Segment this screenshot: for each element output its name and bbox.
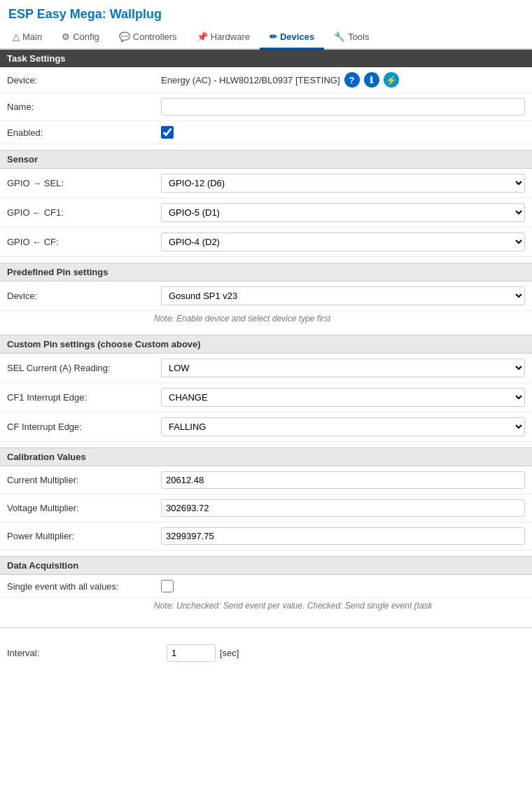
nav-item-tools[interactable]: 🔧 Tools [324,26,379,50]
config-icon: ⚙ [62,32,70,42]
name-row: Name: [0,93,532,121]
cf-interrupt-row: CF Interrupt Edge: FALLING RISING CHANGE [0,412,532,442]
single-event-checkbox-wrap [161,580,525,592]
predefined-device-label: Device: [7,291,161,301]
cf-interrupt-label: CF Interrupt Edge: [7,422,161,432]
single-event-note: Note: Unchecked: Send event per value. C… [0,598,532,616]
divider [0,627,532,628]
gpio-cf-row: GPIO ← CF: GPIO-4 (D2) GPIO-12 (D6) GPIO… [0,228,532,257]
single-event-label: Single event with all values: [7,581,161,592]
cf1-interrupt-control: CHANGE RISING FALLING [161,388,525,407]
predefined-device-row: Device: Gosund SP1 v23 Custom Sonoff POW… [0,282,532,311]
cf1-interrupt-label: CF1 Interrupt Edge: [7,392,161,403]
voltage-multiplier-input[interactable] [161,499,525,517]
predefined-device-select[interactable]: Gosund SP1 v23 Custom Sonoff POW R2 [161,286,525,305]
interval-label: Interval: [7,648,161,658]
gpio-cf-label: GPIO ← CF: [7,237,161,247]
gpio-cf1-select[interactable]: GPIO-5 (D1) GPIO-12 (D6) GPIO-4 (D2) [161,203,525,222]
current-multiplier-row: Current Multiplier: [0,466,532,494]
custom-pin-header: Custom Pin settings (choose Custom above… [0,335,532,354]
predefined-pin-header: Predefined Pin settings [0,263,532,282]
gpio-sel-row: GPIO → SEL: GPIO-12 (D6) GPIO-5 (D1) GPI… [0,169,532,198]
nav-label-controllers: Controllers [133,32,177,42]
cf1-interrupt-select[interactable]: CHANGE RISING FALLING [161,388,525,407]
name-label: Name: [7,102,161,112]
single-event-checkbox[interactable] [161,580,174,592]
content-area: Task Settings Device: Energy (AC) - HLW8… [0,50,532,667]
device-label: Device: [7,75,161,85]
nav-item-devices[interactable]: ✏ Devices [260,26,324,50]
power-multiplier-label: Power Multiplier: [7,531,161,541]
sel-current-row: SEL Current (A) Reading: LOW HIGH [0,354,532,383]
devices-icon: ✏ [270,32,277,42]
current-multiplier-control [161,471,525,489]
nav-item-hardware[interactable]: 📌 Hardware [187,26,260,50]
enabled-checkbox-wrap [161,126,525,139]
name-input-wrap [161,98,525,116]
sensor-header: Sensor [0,150,532,169]
bolt-button[interactable]: ⚡ [384,72,399,88]
sel-current-label: SEL Current (A) Reading: [7,363,161,373]
tools-icon: 🔧 [334,32,345,42]
gpio-cf-select[interactable]: GPIO-4 (D2) GPIO-12 (D6) GPIO-5 (D1) [161,232,525,251]
predefined-device-control: Gosund SP1 v23 Custom Sonoff POW R2 [161,286,525,305]
cf-interrupt-select[interactable]: FALLING RISING CHANGE [161,417,525,436]
gpio-cf-control: GPIO-4 (D2) GPIO-12 (D6) GPIO-5 (D1) [161,232,525,251]
power-multiplier-control [161,527,525,545]
sel-current-select[interactable]: LOW HIGH [161,359,525,377]
page-title: ESP Easy Mega: Wallplug [0,0,532,26]
calibration-header: Calibration Values [0,447,532,466]
interval-row: Interval: [sec] [0,639,532,667]
current-multiplier-input[interactable] [161,471,525,489]
main-icon: △ [13,32,20,42]
single-event-row: Single event with all values: [0,575,532,598]
device-value: Energy (AC) - HLW8012/BL0937 [TESTING] [161,75,340,85]
controllers-icon: 💬 [119,32,130,42]
cf1-interrupt-row: CF1 Interrupt Edge: CHANGE RISING FALLIN… [0,383,532,412]
enabled-label: Enabled: [7,127,161,138]
nav-label-hardware: Hardware [211,32,250,42]
interval-unit: [sec] [220,648,239,658]
nav-item-main[interactable]: △ Main [3,26,52,50]
gpio-sel-control: GPIO-12 (D6) GPIO-5 (D1) GPIO-4 (D2) [161,174,525,193]
device-info: Energy (AC) - HLW8012/BL0937 [TESTING] ?… [161,72,525,88]
power-multiplier-input[interactable] [161,527,525,545]
gpio-sel-select[interactable]: GPIO-12 (D6) GPIO-5 (D1) GPIO-4 (D2) [161,174,525,193]
sel-current-control: LOW HIGH [161,359,525,377]
nav-item-config[interactable]: ⚙ Config [52,26,109,50]
cf-interrupt-control: FALLING RISING CHANGE [161,417,525,436]
name-input[interactable] [161,98,525,116]
gpio-sel-label: GPIO → SEL: [7,178,161,188]
data-acquisition-header: Data Acquisition [0,556,532,575]
nav-item-controllers[interactable]: 💬 Controllers [109,26,187,50]
interval-input[interactable] [167,644,216,662]
task-settings-header: Task Settings [0,50,532,67]
gpio-cf1-row: GPIO ← CF1: GPIO-5 (D1) GPIO-12 (D6) GPI… [0,198,532,228]
nav-label-config: Config [73,32,99,42]
current-multiplier-label: Current Multiplier: [7,475,161,485]
enabled-checkbox[interactable] [161,126,174,139]
voltage-multiplier-row: Voltage Multiplier: [0,494,532,522]
info-button[interactable]: ℹ [364,72,379,88]
voltage-multiplier-label: Voltage Multiplier: [7,503,161,513]
hardware-icon: 📌 [197,32,208,42]
predefined-note: Note: Enable device and select device ty… [0,311,532,329]
enabled-row: Enabled: [0,121,532,144]
nav-label-tools: Tools [348,32,369,42]
nav-label-main: Main [22,32,42,42]
gpio-cf1-control: GPIO-5 (D1) GPIO-12 (D6) GPIO-4 (D2) [161,203,525,222]
interval-input-wrap: [sec] [167,644,239,662]
gpio-cf1-label: GPIO ← CF1: [7,207,161,218]
help-button[interactable]: ? [344,72,360,88]
device-row: Device: Energy (AC) - HLW8012/BL0937 [TE… [0,67,532,93]
voltage-multiplier-control [161,499,525,517]
nav-label-devices: Devices [280,32,314,42]
power-multiplier-row: Power Multiplier: [0,522,532,550]
nav-bar: △ Main ⚙ Config 💬 Controllers 📌 Hardware… [0,26,532,50]
